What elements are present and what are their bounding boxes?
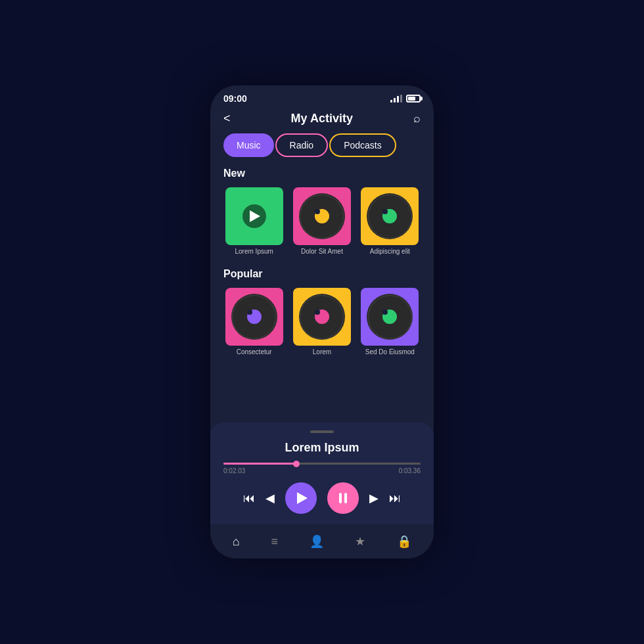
nav-favorites-icon[interactable]: ★: [350, 529, 371, 554]
signal-icon: [390, 95, 402, 103]
now-playing-title: Lorem Ipsum: [223, 441, 421, 455]
popular-grid: Consectetur Lorem: [223, 288, 421, 356]
header: < My Activity ⌕: [210, 109, 434, 133]
forward-button[interactable]: ▶: [369, 491, 379, 505]
album-card[interactable]: Consectetur: [223, 288, 285, 356]
play-overlay: [242, 204, 266, 228]
album-label: Adipiscing elit: [370, 248, 410, 255]
pause-button[interactable]: [327, 482, 359, 514]
progress-container[interactable]: 0:02.03 0:03.36: [223, 463, 421, 474]
album-card[interactable]: Adipiscing elit: [359, 187, 421, 255]
album-card[interactable]: Lorem: [291, 288, 352, 356]
vinyl-disc: [367, 294, 413, 340]
play-button[interactable]: [285, 482, 317, 514]
album-thumb: [361, 187, 419, 245]
skip-forward-button[interactable]: ⏭: [389, 492, 401, 505]
album-card[interactable]: Sed Do Eiusmod: [359, 288, 421, 356]
total-time: 0:03.36: [399, 467, 421, 474]
back-button[interactable]: <: [223, 112, 231, 126]
vinyl-disc: [231, 294, 277, 340]
vinyl-disc: [299, 193, 345, 239]
status-time: 09:00: [223, 93, 247, 104]
nav-menu-icon[interactable]: ≡: [265, 530, 283, 554]
vinyl-disc-container: [225, 288, 283, 346]
album-card[interactable]: Dolor Sit Amet: [291, 187, 352, 255]
section-new-title: New: [223, 168, 421, 179]
page-title: My Activity: [291, 112, 353, 126]
tabs-container: Music Radio Podcasts: [210, 133, 434, 168]
tab-podcasts[interactable]: Podcasts: [329, 133, 396, 157]
progress-fill: [223, 463, 296, 465]
drag-handle[interactable]: [310, 430, 334, 433]
progress-track: [223, 463, 421, 465]
vinyl-disc-container: [293, 187, 351, 245]
nav-lock-icon[interactable]: 🔒: [392, 529, 417, 554]
time-labels: 0:02.03 0:03.36: [223, 467, 421, 474]
tab-radio[interactable]: Radio: [275, 133, 329, 157]
progress-thumb: [293, 461, 300, 467]
album-thumb: [293, 288, 351, 346]
skip-back-button[interactable]: ⏮: [243, 492, 255, 505]
vinyl-disc-container: [361, 187, 419, 245]
search-icon[interactable]: ⌕: [413, 112, 421, 126]
status-bar: 09:00: [210, 85, 434, 109]
new-grid: Lorem Ipsum Dolor Sit Amet: [223, 187, 421, 255]
album-thumb: [293, 187, 351, 245]
playback-controls: ⏮ ◀ ▶ ⏭: [223, 482, 421, 514]
vinyl-disc: [299, 294, 345, 340]
current-time: 0:02.03: [223, 467, 245, 474]
nav-home-icon[interactable]: ⌂: [227, 530, 245, 554]
album-label: Lorem Ipsum: [235, 248, 273, 255]
status-icons: [390, 95, 421, 103]
album-thumb: [361, 288, 419, 346]
vinyl-disc: [367, 193, 413, 239]
album-label: Consectetur: [237, 348, 272, 356]
bottom-nav: ⌂ ≡ 👤 ★ 🔒: [210, 524, 434, 559]
nav-profile-icon[interactable]: 👤: [304, 529, 329, 554]
album-label: Dolor Sit Amet: [301, 248, 343, 255]
album-card[interactable]: Lorem Ipsum: [223, 187, 285, 255]
section-popular-title: Popular: [223, 268, 421, 280]
album-thumb: [225, 288, 283, 346]
now-playing-bar: Lorem Ipsum 0:02.03 0:03.36 ⏮ ◀: [210, 423, 434, 524]
vinyl-disc-container: [293, 288, 351, 346]
pause-icon: [339, 493, 347, 503]
rewind-button[interactable]: ◀: [265, 491, 275, 505]
phone-frame: 09:00 < My Activity ⌕ Music Radio Podcas…: [210, 85, 434, 559]
album-label: Sed Do Eiusmod: [365, 348, 415, 356]
vinyl-disc-container: [361, 288, 419, 346]
battery-icon: [406, 95, 421, 103]
album-label: Lorem: [313, 348, 331, 356]
tab-music[interactable]: Music: [223, 133, 274, 157]
album-thumb: [225, 187, 283, 245]
